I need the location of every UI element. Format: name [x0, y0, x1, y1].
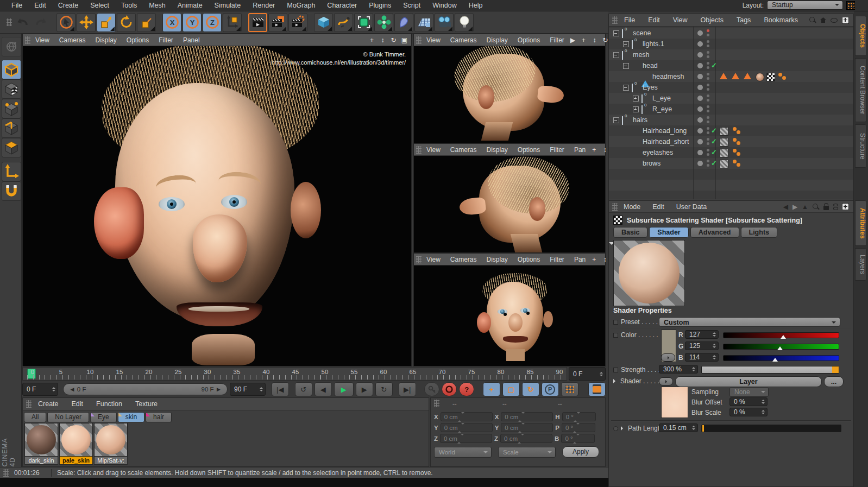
om-menu-bookmarks[interactable]: Bookmarks: [757, 16, 804, 24]
render-visibility-dot[interactable]: [707, 45, 709, 47]
slider-handle[interactable]: [772, 355, 778, 362]
vp-menu-cameras[interactable]: Cameras: [445, 146, 482, 154]
mat-menu-texture[interactable]: Texture: [129, 400, 164, 408]
tree-row-eyes[interactable]: Eyes: [609, 82, 853, 93]
play-button[interactable]: ▶: [334, 382, 354, 396]
viewport-perspective[interactable]: View Cameras Display Options Filter Pane…: [22, 34, 412, 366]
tab-advanced[interactable]: Advanced: [690, 227, 739, 238]
strength-field[interactable]: 300 %: [659, 365, 698, 374]
render-view-button[interactable]: [248, 13, 267, 32]
coord-mode-dropdown[interactable]: Scale: [498, 447, 556, 458]
enabled-check-icon[interactable]: ✓: [711, 137, 717, 146]
record-keyframe-button[interactable]: [442, 382, 457, 396]
editor-visibility-dot[interactable]: [707, 116, 709, 119]
add-spline-button[interactable]: [334, 13, 353, 32]
selection-tags-icon[interactable]: [733, 127, 741, 135]
selection-tags-icon[interactable]: [733, 138, 741, 146]
hair-material-tag-icon[interactable]: [720, 149, 728, 157]
expand-arrow-icon[interactable]: [621, 426, 625, 431]
tab-content-browser[interactable]: Content Browser: [855, 58, 867, 122]
vp-menu-display[interactable]: Display: [481, 256, 512, 263]
redo-button[interactable]: [32, 14, 50, 31]
enabled-check-icon[interactable]: ✓: [711, 148, 717, 156]
editor-visibility-dot[interactable]: [707, 84, 709, 86]
keyframe-scale-toggle[interactable]: ▢: [502, 382, 520, 396]
tab-attributes[interactable]: Attributes: [855, 200, 867, 246]
hair-material-tag-icon[interactable]: [720, 160, 728, 168]
enable-dot[interactable]: [697, 96, 703, 101]
render-visibility-dot[interactable]: [707, 121, 709, 123]
workplane-button[interactable]: [2, 162, 21, 181]
timeline-window-button[interactable]: [588, 382, 606, 396]
menu-script[interactable]: Script: [397, 2, 426, 9]
shader-preview[interactable]: [613, 240, 685, 306]
g-value-field[interactable]: 125: [685, 341, 719, 350]
menu-mograph[interactable]: MoGraph: [281, 2, 321, 9]
pose-morph-tag-icon[interactable]: [744, 73, 751, 79]
collapse-icon[interactable]: [623, 63, 629, 69]
panel-grip[interactable]: [612, 203, 618, 211]
history-forward-icon[interactable]: ▶: [792, 203, 797, 211]
points-mode-button[interactable]: [2, 99, 21, 118]
uvw-tag-icon[interactable]: [766, 73, 775, 81]
render-to-picture-viewer-button[interactable]: [268, 13, 287, 32]
vp-menu-options[interactable]: Options: [513, 256, 545, 263]
tree-row-leye[interactable]: L_eye: [609, 93, 853, 104]
viewport-zoom-icon[interactable]: ↕: [601, 256, 608, 263]
path-length-field[interactable]: 0.15 cm: [659, 423, 698, 432]
enable-dot[interactable]: [697, 63, 703, 68]
vp-menu-panel[interactable]: Panel: [178, 36, 205, 44]
enable-dot[interactable]: [697, 150, 703, 155]
vp-menu-view[interactable]: View: [30, 36, 54, 44]
add-panel-icon[interactable]: [842, 203, 849, 210]
make-editable-button[interactable]: [2, 37, 21, 56]
viewport-grip[interactable]: [25, 36, 30, 44]
toolbar-grip[interactable]: [7, 18, 12, 26]
animation-checkbox[interactable]: [613, 368, 618, 372]
blur-scale-field[interactable]: 0 %: [729, 408, 768, 416]
viewport-grip[interactable]: [416, 256, 422, 263]
tree-row-headmesh[interactable]: headmesh: [609, 71, 853, 82]
vp-menu-options[interactable]: Options: [122, 36, 154, 44]
tab-basic[interactable]: Basic: [613, 227, 647, 238]
rot-b-field[interactable]: 0 °: [561, 434, 595, 443]
viewport-pan-icon[interactable]: +: [368, 36, 375, 44]
live-selection-button[interactable]: [56, 13, 76, 32]
preset-dropdown[interactable]: Custom: [659, 317, 840, 327]
layer-tab-skin[interactable]: skin: [118, 412, 144, 422]
viewport-top-right[interactable]: View Cameras Display Options Filter ▶ + …: [413, 34, 606, 143]
viewport-bottom-right-canvas[interactable]: [414, 265, 605, 366]
editor-visibility-dot[interactable]: [707, 40, 709, 43]
r-slider[interactable]: [723, 332, 839, 338]
vp-menu-cameras[interactable]: Cameras: [445, 256, 482, 263]
layout-dropdown[interactable]: Startup: [767, 1, 843, 10]
material-mipsat[interactable]: Mip/Sat-v:: [94, 423, 128, 465]
vp-menu-filter[interactable]: Filter: [545, 256, 569, 263]
x-axis-lock-button[interactable]: X: [162, 13, 181, 32]
enable-dot[interactable]: [697, 41, 703, 47]
expand-icon[interactable]: [633, 106, 639, 112]
viewport-rotate-icon[interactable]: ↻: [390, 36, 397, 44]
filter-icon[interactable]: [831, 18, 838, 23]
last-used-tool-button[interactable]: [137, 13, 156, 32]
y-axis-lock-button[interactable]: Y: [183, 13, 202, 32]
search-icon[interactable]: [809, 17, 816, 23]
scale-x-field[interactable]: 0 cm: [501, 412, 553, 421]
menu-animate[interactable]: Animate: [172, 2, 209, 9]
menu-plugins[interactable]: Plugins: [363, 2, 397, 9]
pos-x-field[interactable]: 0 cm: [441, 412, 493, 421]
vp-menu-display[interactable]: Display: [481, 36, 512, 44]
menu-tools[interactable]: Tools: [115, 2, 143, 9]
goto-end-button[interactable]: ▶|: [399, 382, 416, 396]
z-axis-lock-button[interactable]: Z: [203, 13, 222, 32]
om-menu-edit[interactable]: Edit: [641, 16, 666, 24]
tree-row-scene[interactable]: scene: [609, 28, 853, 39]
polygons-mode-button[interactable]: [2, 138, 21, 157]
om-menu-tags[interactable]: Tags: [730, 16, 757, 24]
editor-visibility-dot[interactable]: [707, 127, 709, 130]
slider-handle[interactable]: [781, 332, 786, 339]
vp-menu-pan[interactable]: Pan: [569, 256, 590, 263]
render-visibility-dot[interactable]: [707, 88, 709, 91]
animation-dot[interactable]: [613, 426, 618, 431]
add-panel-icon[interactable]: [842, 17, 849, 24]
